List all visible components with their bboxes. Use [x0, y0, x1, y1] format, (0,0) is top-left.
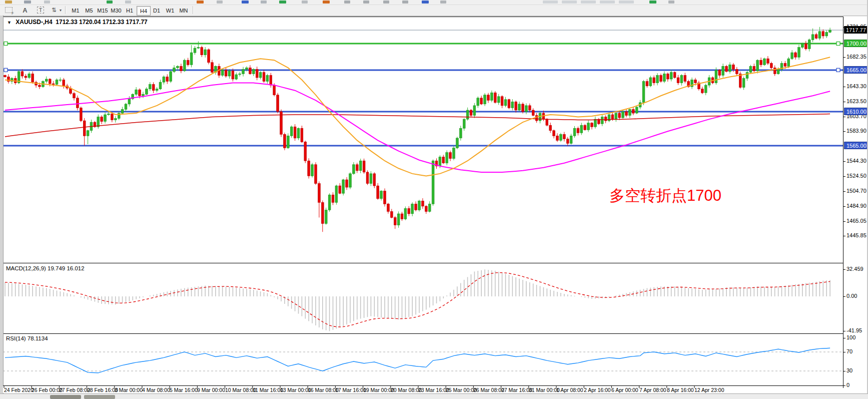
toolbar-icon-fragment[interactable] — [581, 1, 596, 4]
timeframe-button-M15[interactable]: M15 — [96, 6, 109, 15]
price-tick-label: 1643.30 — [846, 83, 866, 89]
toolbar-icon-fragment[interactable] — [383, 1, 389, 4]
price-tick-mark — [843, 102, 845, 102]
date-label: 10 Mar 08:00 — [225, 387, 256, 393]
price-tick-mark — [843, 236, 845, 236]
level-line-handle[interactable] — [4, 42, 8, 46]
date-label: 2 Apr 16:00 — [584, 387, 611, 393]
statusbar-item — [84, 395, 115, 399]
price-level-badge: 1665.00 — [844, 66, 867, 74]
toolbar: F A T ⇅ ▾ M1M5M15M30H1H4D1W1MN — [0, 5, 868, 16]
price-tick-label: 1544.30 — [846, 158, 866, 164]
toolbar-icon-fragment[interactable] — [242, 1, 249, 4]
toolbar-icon-fragment[interactable] — [197, 1, 204, 4]
toolbar-icon-fragment[interactable] — [600, 1, 615, 4]
timeframe-button-M5[interactable]: M5 — [83, 6, 96, 15]
toolbar-icon-fragment[interactable] — [344, 1, 350, 4]
toolbar-icon-fragment[interactable] — [668, 1, 674, 4]
chart-title: ▼ XAUUSD-,H4 1712.33 1720.04 1712.33 171… — [7, 19, 148, 26]
statusbar-item — [50, 395, 81, 399]
ma-red-line — [5, 114, 830, 137]
chart-dropdown-icon[interactable]: ▼ — [7, 20, 12, 25]
text-tool-icon[interactable]: A — [21, 6, 29, 15]
date-label: 31 Mar 00:00 — [529, 387, 560, 393]
toolbar-icon-fragment[interactable] — [619, 1, 634, 4]
price-tick-mark — [843, 221, 845, 222]
toolbar-icon-fragment[interactable] — [261, 1, 267, 4]
text-t-glyph: T — [37, 7, 45, 14]
toolbar-icon-fragment[interactable] — [24, 1, 31, 4]
date-label: 16 Mar 08:00 — [308, 387, 339, 393]
price-tick-mark — [843, 87, 845, 87]
date-label: 24 Feb 2020 — [4, 387, 34, 393]
timeframe-button-M30[interactable]: M30 — [110, 6, 123, 15]
toolbar-icon-fragment[interactable] — [125, 1, 131, 4]
toolbar-icon-fragment[interactable] — [562, 1, 577, 4]
date-label: 25 Mar 00:00 — [446, 387, 477, 393]
price-tick-mark — [843, 161, 845, 162]
timeframe-button-H1[interactable]: H1 — [123, 6, 136, 15]
date-label: 28 Feb 16:00 — [87, 387, 118, 393]
annotation-text[interactable]: 多空转折点1700 — [609, 185, 721, 206]
price-tick-label: 1682.35 — [846, 54, 866, 60]
toolbar-icon-fragment[interactable] — [402, 1, 408, 4]
date-label: 5 Mar 16:00 — [170, 387, 198, 393]
moving-average-lines — [5, 57, 830, 176]
date-label: 1 Apr 08:00 — [556, 387, 583, 393]
macd-signal-line — [5, 273, 830, 327]
price-tick-label: 1504.70 — [846, 188, 866, 194]
rsi-panel — [3, 348, 843, 373]
rsi-tick-mark — [843, 385, 845, 386]
date-label: 9 Mar 00:00 — [197, 387, 225, 393]
toolbar-icon-fragment[interactable] — [217, 1, 223, 4]
toolbar-icon-fragment[interactable] — [440, 1, 446, 4]
timeframe-button-H4[interactable]: H4 — [137, 6, 151, 16]
toolbar-icon-fragment[interactable] — [363, 1, 369, 4]
timeframe-button-D1[interactable]: D1 — [150, 6, 163, 15]
macd-tick-label: -41.95 — [846, 327, 862, 333]
price-level-badge: 1610.00 — [844, 108, 867, 115]
level-line-handle[interactable] — [4, 68, 8, 72]
arrows-glyph: ⇅ — [52, 7, 57, 14]
date-label: 11 Mar 16:00 — [253, 387, 283, 393]
toolbar-icon-fragment[interactable] — [107, 1, 113, 4]
price-tick-label: 1465.05 — [846, 218, 866, 224]
rsi-tick-label: 30 — [846, 367, 852, 373]
level-line-handle[interactable] — [836, 42, 840, 46]
macd-tick-mark — [843, 296, 845, 297]
macd-panel — [5, 269, 830, 331]
date-label: 17 Mar 16:00 — [335, 387, 366, 393]
timeframe-button-MN[interactable]: MN — [177, 6, 190, 15]
level-line-handle[interactable] — [836, 68, 840, 72]
toolbar-separator — [65, 6, 66, 14]
price-tick-mark — [843, 206, 845, 207]
crosshair-tool-icon[interactable]: F — [4, 6, 13, 15]
date-label: 27 Feb 08:00 — [59, 387, 90, 393]
toolbar-icon-fragment[interactable] — [279, 1, 286, 4]
ma-magenta-line — [5, 83, 830, 172]
toolbar-icon-fragment[interactable] — [543, 1, 558, 4]
rsi-tick-mark — [843, 352, 845, 352]
toolbar-icon-fragment[interactable] — [422, 1, 429, 4]
date-label: 6 Apr 00:00 — [611, 387, 638, 393]
rsi-tick-label: 70 — [846, 348, 852, 354]
toolbar-icon-fragment[interactable] — [5, 1, 12, 4]
macd-indicator-label: MACD(12,26,9) 19.749 16.012 — [6, 265, 85, 271]
date-label: 12 Apr 23:00 — [694, 387, 724, 393]
toolbar-icon-fragment[interactable] — [649, 1, 656, 4]
date-label: 20 Mar 08:00 — [391, 387, 422, 393]
date-label: 7 Apr 08:00 — [639, 387, 666, 393]
timeframe-button-W1[interactable]: W1 — [164, 6, 177, 15]
toolbar-icon-fragment[interactable] — [44, 1, 50, 4]
rsi-tick-mark — [843, 338, 845, 338]
macd-tick-label: 32.459 — [846, 266, 863, 272]
text-label-tool-icon[interactable]: T — [36, 6, 45, 15]
horizontal-level-lines[interactable] — [3, 30, 843, 146]
cycle-arrows-icon[interactable]: ⇅ — [50, 6, 58, 15]
arrows-dropdown-caret-icon[interactable]: ▾ — [58, 6, 63, 15]
toolbar-icon-fragment[interactable] — [323, 1, 330, 4]
date-label: 26 Feb 00:00 — [32, 387, 63, 393]
toolbar-icon-fragment[interactable] — [302, 1, 308, 4]
crosshair-grid-icon: F — [5, 7, 13, 13]
timeframe-button-M1[interactable]: M1 — [69, 6, 82, 15]
